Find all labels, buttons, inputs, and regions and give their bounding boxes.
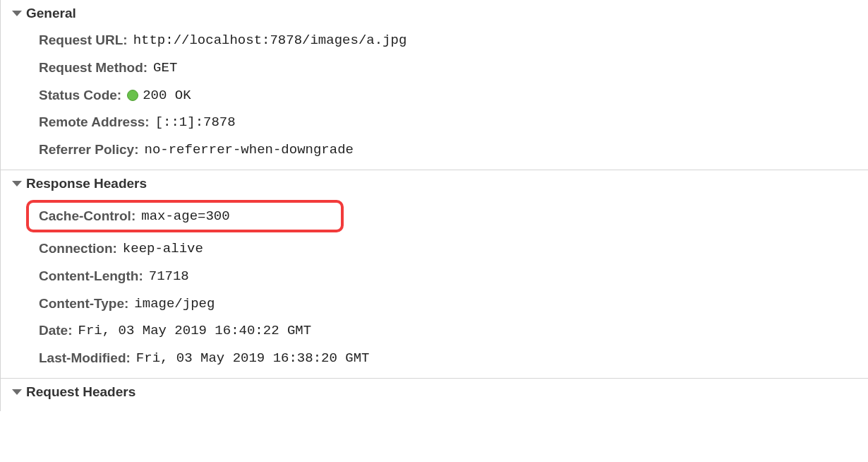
request-method-value: GET xyxy=(153,60,177,76)
date-row: Date: Fri, 03 May 2019 16:40:22 GMT xyxy=(1,317,868,345)
status-code-value: 200 OK xyxy=(143,88,191,104)
connection-value: keep-alive xyxy=(123,241,203,257)
request-method-row: Request Method: GET xyxy=(1,54,868,82)
content-type-label: Content-Type: xyxy=(39,296,128,312)
request-url-label: Request URL: xyxy=(39,32,128,49)
cache-control-label: Cache-Control: xyxy=(39,208,135,224)
chevron-down-icon xyxy=(12,389,22,395)
chevron-down-icon xyxy=(12,181,22,186)
content-type-value: image/jpeg xyxy=(134,296,215,312)
referrer-policy-label: Referrer Policy: xyxy=(39,142,139,158)
general-section-title: General xyxy=(26,6,76,21)
connection-row: Connection: keep-alive xyxy=(1,235,868,263)
content-length-value: 71718 xyxy=(149,268,189,285)
request-method-label: Request Method: xyxy=(39,60,147,76)
request-headers-section-title: Request Headers xyxy=(26,384,135,400)
general-section-header[interactable]: General xyxy=(1,0,868,27)
request-headers-section-header[interactable]: Request Headers xyxy=(1,379,868,405)
remote-address-label: Remote Address: xyxy=(39,114,150,131)
headers-panel: General Request URL: http://localhost:78… xyxy=(0,0,868,411)
request-url-value: http://localhost:7878/images/a.jpg xyxy=(133,32,407,49)
request-headers-section: Request Headers xyxy=(1,379,868,411)
status-code-row: Status Code: 200 OK xyxy=(1,82,868,109)
response-headers-section-header[interactable]: Response Headers xyxy=(1,170,868,197)
cache-control-value: max-age=300 xyxy=(141,208,229,224)
response-headers-section-title: Response Headers xyxy=(26,176,147,191)
last-modified-value: Fri, 03 May 2019 16:38:20 GMT xyxy=(136,350,370,367)
last-modified-label: Last-Modified: xyxy=(39,350,131,367)
general-section: General Request URL: http://localhost:78… xyxy=(1,0,868,170)
cache-control-highlight-box: Cache-Control: max-age=300 xyxy=(26,200,344,232)
request-url-row: Request URL: http://localhost:7878/image… xyxy=(1,27,868,54)
date-label: Date: xyxy=(39,323,73,339)
content-length-row: Content-Length: 71718 xyxy=(1,263,868,290)
referrer-policy-row: Referrer Policy: no-referrer-when-downgr… xyxy=(1,136,868,164)
date-value: Fri, 03 May 2019 16:40:22 GMT xyxy=(78,323,312,339)
status-dot-icon xyxy=(127,90,138,101)
referrer-policy-value: no-referrer-when-downgrade xyxy=(145,142,354,158)
response-headers-section: Response Headers Cache-Control: max-age=… xyxy=(1,170,868,379)
content-length-label: Content-Length: xyxy=(39,268,143,285)
content-type-row: Content-Type: image/jpeg xyxy=(1,290,868,318)
connection-label: Connection: xyxy=(39,241,117,257)
status-code-label: Status Code: xyxy=(39,88,121,104)
remote-address-row: Remote Address: [::1]:7878 xyxy=(1,109,868,136)
remote-address-value: [::1]:7878 xyxy=(155,114,236,131)
last-modified-row: Last-Modified: Fri, 03 May 2019 16:38:20… xyxy=(1,345,868,372)
chevron-down-icon xyxy=(12,11,22,16)
